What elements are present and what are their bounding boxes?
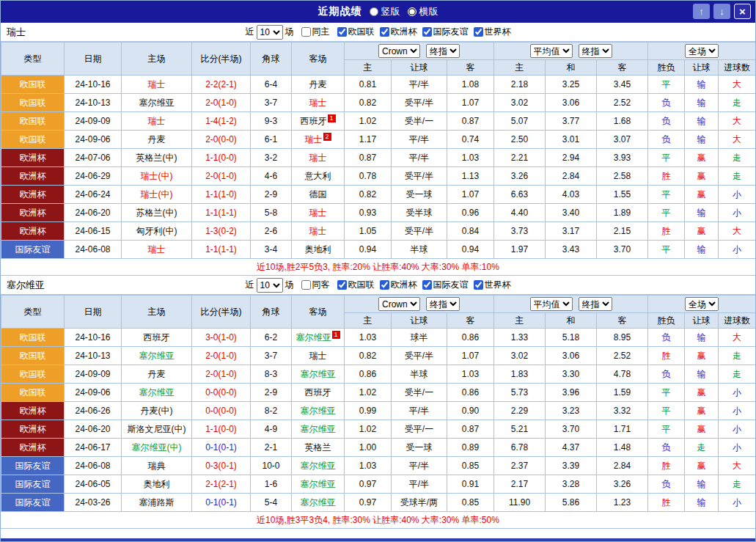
average-select[interactable]: 平均值: [530, 44, 573, 58]
close-icon: ×: [739, 5, 746, 18]
league-label: 世界杯: [485, 279, 511, 291]
league-filter[interactable]: 欧国联: [337, 279, 375, 291]
col-score: 比分(半场): [192, 296, 251, 329]
avg-away-odds: 1.71: [597, 420, 648, 439]
result-goals: 大: [733, 332, 741, 343]
handicap-away-odds: 0.86: [447, 329, 494, 347]
league-checkbox[interactable]: [474, 280, 483, 290]
league-checkbox[interactable]: [337, 27, 347, 37]
handicap-away-odds: 0.84: [447, 222, 494, 241]
league-checkbox[interactable]: [337, 280, 347, 290]
result-outcome-cell: 负: [648, 439, 685, 457]
col-result-goals: 进球数: [719, 60, 756, 76]
away-team-cell: 塞尔维亚: [292, 420, 345, 439]
avg-draw-odds: 3.40: [546, 204, 597, 222]
recent-count-select[interactable]: 10: [257, 25, 283, 40]
result-outcome: 平: [662, 244, 671, 254]
league-label: 世界杯: [485, 26, 511, 38]
league-filter[interactable]: 欧国联: [337, 26, 375, 38]
same-venue-checkbox[interactable]: [301, 27, 311, 37]
match-score-cell: 1-1(1-1): [192, 241, 251, 259]
handicap-home-odds: 0.97: [345, 494, 392, 512]
average-stage-select[interactable]: 终指: [579, 297, 612, 311]
handicap-line: 受平/一: [392, 420, 447, 439]
handicap-home-odds: 0.99: [345, 402, 392, 420]
result-handicap: 输: [697, 134, 706, 144]
handicap-home-odds: 0.82: [345, 347, 392, 365]
layout-vertical-option[interactable]: 竖版: [370, 5, 400, 18]
section-team-name: 塞尔维亚: [7, 279, 45, 292]
league-checkbox[interactable]: [474, 27, 483, 37]
league-checkbox[interactable]: [422, 280, 432, 290]
scroll-down-button[interactable]: ↓: [713, 4, 730, 19]
layout-horizontal-option[interactable]: 横版: [408, 5, 438, 18]
bookmaker-stage-select[interactable]: 终指: [426, 44, 460, 58]
league-filter[interactable]: 世界杯: [474, 279, 511, 291]
corners-score: 2-1: [251, 439, 292, 457]
bookmaker-header-cell: Crown 终指: [345, 296, 494, 313]
league-filter[interactable]: 欧洲杯: [380, 26, 417, 38]
result-handicap: 赢: [697, 351, 706, 361]
match-score: 3-0(1-0): [205, 332, 237, 343]
away-team-name: 塞尔维亚: [301, 461, 336, 471]
handicap-line: 平/半: [392, 402, 447, 420]
away-team-name: 瑞士: [309, 98, 327, 108]
same-venue-filter[interactable]: 同主: [301, 26, 330, 38]
result-outcome: 平: [662, 424, 671, 434]
home-team-name: 瑞士: [148, 244, 166, 254]
league-filter[interactable]: 欧洲杯: [380, 279, 417, 291]
result-goals-cell: 走: [719, 365, 756, 384]
bookmaker-stage-select[interactable]: 终指: [426, 297, 460, 311]
league-filter[interactable]: 国际友谊: [422, 26, 469, 38]
recent-count-select[interactable]: 10: [257, 278, 283, 293]
result-outcome-cell: 平: [648, 420, 685, 439]
result-outcome: 平: [662, 189, 671, 199]
col-odds-home: 主: [345, 60, 392, 76]
col-home: 主场: [122, 43, 192, 76]
avg-draw-odds: 2.84: [546, 167, 597, 186]
match-row: 欧洲杯 24-06-24 瑞士(中) 1-1(1-0) 2-9 德国 0.82 …: [1, 186, 756, 204]
result-goals: 小: [733, 424, 741, 434]
same-venue-checkbox[interactable]: [301, 280, 311, 290]
competition-badge: 欧洲杯: [1, 149, 65, 167]
match-row: 欧洲杯 24-07-06 英格兰(中) 1-1(0-0) 3-2 瑞士 0.87…: [1, 149, 756, 167]
result-handicap: 输: [697, 244, 706, 254]
avg-away-odds: 2.52: [597, 347, 648, 365]
result-handicap: 输: [697, 116, 706, 126]
result-handicap-cell: 输: [685, 131, 719, 149]
col-odds-away: 客: [447, 313, 494, 329]
league-checkbox[interactable]: [380, 27, 389, 37]
scope-select[interactable]: 全场: [685, 297, 719, 311]
rank-badge: 2: [323, 133, 331, 141]
close-button[interactable]: ×: [734, 4, 751, 19]
scope-select[interactable]: 全场: [685, 44, 719, 58]
avg-home-odds: 4.40: [494, 204, 546, 222]
col-odds-line: 让球: [392, 313, 447, 329]
vertical-layout-radio[interactable]: [370, 7, 378, 16]
result-handicap: 赢: [697, 171, 706, 181]
handicap-line: 受半/一: [392, 112, 447, 131]
horizontal-layout-radio[interactable]: [408, 7, 416, 16]
result-outcome: 胜: [662, 171, 671, 181]
handicap-home-odds: 1.05: [345, 222, 392, 241]
average-select[interactable]: 平均值: [530, 297, 573, 311]
match-date: 24-06-15: [65, 222, 122, 241]
league-filter[interactable]: 国际友谊: [422, 279, 469, 291]
away-team-cell: 塞尔维亚: [292, 402, 345, 420]
handicap-away-odds: 0.87: [447, 112, 494, 131]
league-filter[interactable]: 世界杯: [474, 26, 511, 38]
bookmaker-select[interactable]: Crown: [378, 44, 420, 58]
scroll-up-button[interactable]: ↑: [693, 4, 710, 19]
avg-home-odds: 2.29: [494, 402, 546, 420]
home-team-cell: 瑞典: [122, 457, 192, 475]
average-stage-select[interactable]: 终指: [579, 44, 612, 58]
league-checkbox[interactable]: [422, 27, 432, 37]
same-venue-filter[interactable]: 同客: [301, 279, 330, 291]
league-checkbox[interactable]: [380, 280, 389, 290]
league-label: 欧洲杯: [391, 26, 417, 38]
home-team-name: 塞尔维亚: [139, 387, 175, 398]
bookmaker-select[interactable]: Crown: [378, 297, 420, 311]
away-team-cell: 英格兰: [292, 439, 345, 457]
window-controls: ↑ ↓ ×: [693, 4, 751, 19]
match-row: 欧洲杯 24-06-17 塞尔维亚(中) 0-1(0-1) 2-1 英格兰 1.…: [1, 439, 756, 457]
